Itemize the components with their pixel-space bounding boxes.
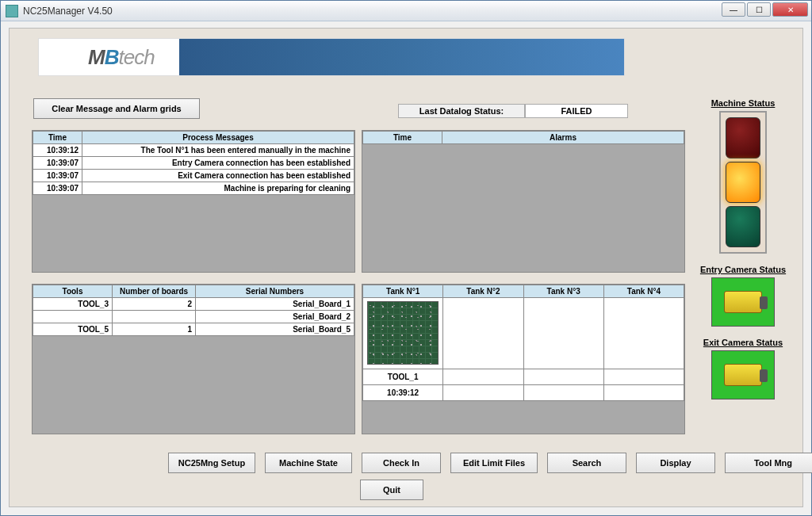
cell-serial[interactable]: Serial_Board_2 (196, 311, 354, 323)
col-time[interactable]: Time (33, 132, 82, 144)
datalog-status-value: FAILED (525, 104, 628, 118)
status-panel: Machine Status Entry Camera Status Exit … (699, 98, 787, 399)
col-boards[interactable]: Number of boards (113, 285, 196, 298)
maximize-button[interactable]: ☐ (747, 2, 771, 17)
tank-image-row (363, 298, 684, 369)
col-tank4[interactable]: Tank N°4 (603, 285, 684, 298)
tank-tool-row: TOOL_1 (363, 369, 684, 385)
cell-tool[interactable] (33, 311, 113, 323)
cell-serial[interactable]: Serial_Board_1 (196, 298, 354, 311)
cell-time[interactable]: 10:39:07 (33, 170, 82, 182)
stack-light-icon (719, 111, 767, 254)
tank3-tool[interactable] (523, 369, 603, 385)
table-row[interactable]: TOOL_32Serial_Board_1 (33, 298, 354, 311)
tank2-time[interactable] (443, 385, 523, 401)
col-time[interactable]: Time (363, 132, 442, 144)
setup-button[interactable]: NC25Mng Setup (168, 453, 255, 473)
cell-tool[interactable]: TOOL_5 (33, 323, 113, 336)
tools-grid[interactable]: Tools Number of boards Serial Numbers TO… (32, 284, 355, 434)
process-messages-grid[interactable]: Time Process Messages 10:39:12The Tool N… (32, 130, 355, 273)
logo-tech: tech (118, 45, 154, 69)
entry-camera-label: Entry Camera Status (699, 265, 787, 274)
machine-status-label: Machine Status (699, 98, 787, 108)
clear-grids-button[interactable]: Clear Message and Alarm grids (33, 98, 200, 119)
tank1-time[interactable]: 10:39:12 (363, 385, 443, 401)
exit-camera-status: Exit Camera Status (699, 338, 787, 399)
cell-serial[interactable]: Serial_Board_5 (196, 323, 354, 336)
tool-mng-button[interactable]: Tool Mng (725, 453, 812, 473)
table-row[interactable]: Serial_Board_2 (33, 311, 354, 323)
window-title: NC25Manager V4.50 (23, 6, 113, 17)
cell-tool[interactable]: TOOL_3 (33, 298, 113, 311)
cell-message[interactable]: The Tool N°1 has been entered manually i… (82, 144, 354, 157)
col-tank3[interactable]: Tank N°3 (523, 285, 603, 298)
stack-light-red (726, 117, 760, 159)
check-in-button[interactable]: Check In (362, 453, 441, 473)
close-button[interactable]: ✕ (772, 2, 808, 17)
bottom-button-bar: NC25Mng Setup Machine State Check In Edi… (168, 453, 812, 473)
tank3-image[interactable] (523, 298, 603, 369)
tank-time-row: 10:39:12 (363, 385, 684, 401)
exit-camera-box (711, 350, 775, 399)
table-row[interactable]: 10:39:07Machine is preparing for cleanin… (33, 182, 354, 195)
table-row[interactable]: TOOL_51Serial_Board_5 (33, 323, 354, 336)
quit-button[interactable]: Quit (360, 480, 423, 500)
cell-time[interactable]: 10:39:07 (33, 157, 82, 170)
col-tank1[interactable]: Tank N°1 (363, 285, 443, 298)
tank2-image[interactable] (443, 298, 523, 369)
camera-icon (724, 364, 762, 386)
datalog-status-label: Last Datalog Status: (398, 104, 525, 118)
camera-icon (724, 291, 762, 313)
tanks-grid[interactable]: Tank N°1 Tank N°2 Tank N°3 Tank N°4 TO (362, 284, 685, 434)
cell-message[interactable]: Entry Camera connection has been establi… (82, 157, 354, 170)
stack-light-green (726, 206, 760, 247)
display-button[interactable]: Display (636, 453, 715, 473)
tank4-time[interactable] (603, 385, 684, 401)
edit-limit-files-button[interactable]: Edit Limit Files (450, 453, 538, 473)
app-icon (6, 5, 18, 17)
cell-boards[interactable]: 1 (113, 323, 196, 336)
table-row[interactable]: 10:39:12The Tool N°1 has been entered ma… (33, 144, 354, 157)
exit-camera-label: Exit Camera Status (699, 338, 787, 347)
tank4-tool[interactable] (603, 369, 684, 385)
content-area: MBtech Clear Message and Alarm grids Las… (9, 28, 803, 507)
logo-banner: MBtech (38, 38, 625, 76)
minimize-button[interactable]: — (722, 2, 745, 17)
col-serials[interactable]: Serial Numbers (196, 285, 354, 298)
logo-b: B (105, 45, 119, 69)
col-alarms[interactable]: Alarms (442, 132, 684, 144)
col-messages[interactable]: Process Messages (82, 132, 354, 144)
tank1-image[interactable] (363, 298, 443, 369)
logo-text: MBtech (88, 45, 155, 70)
machine-state-button[interactable]: Machine State (265, 453, 352, 473)
tank3-time[interactable] (523, 385, 603, 401)
titlebar[interactable]: NC25Manager V4.50 — ☐ ✕ (1, 1, 811, 21)
cell-time[interactable]: 10:39:07 (33, 182, 82, 195)
logo-m: M (88, 45, 105, 69)
cell-boards[interactable]: 2 (113, 298, 196, 311)
col-tank2[interactable]: Tank N°2 (443, 285, 523, 298)
entry-camera-status: Entry Camera Status (699, 265, 787, 327)
pcb-thumbnail-icon (367, 301, 439, 365)
app-window: NC25Manager V4.50 — ☐ ✕ MBtech Clear Mes… (0, 0, 812, 516)
table-row[interactable]: 10:39:07Entry Camera connection has been… (33, 157, 354, 170)
cell-boards[interactable] (113, 311, 196, 323)
window-controls: — ☐ ✕ (720, 2, 808, 17)
cell-message[interactable]: Exit Camera connection has been establis… (82, 170, 354, 182)
alarms-grid[interactable]: Time Alarms (362, 130, 685, 273)
entry-camera-box (711, 277, 775, 327)
search-button[interactable]: Search (547, 453, 626, 473)
tank4-image[interactable] (603, 298, 684, 369)
col-tools[interactable]: Tools (33, 285, 113, 298)
tank1-tool[interactable]: TOOL_1 (363, 369, 443, 385)
table-row[interactable]: 10:39:07Exit Camera connection has been … (33, 170, 354, 182)
stack-light-orange (726, 162, 760, 203)
tank2-tool[interactable] (443, 369, 523, 385)
cell-message[interactable]: Machine is preparing for cleaning (82, 182, 354, 195)
cell-time[interactable]: 10:39:12 (33, 144, 82, 157)
